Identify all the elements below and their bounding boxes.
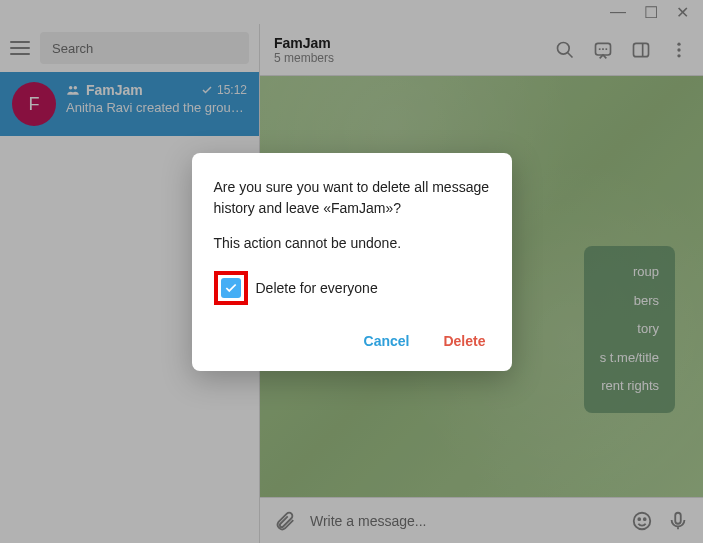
dialog-message: Are you sure you want to delete all mess…: [214, 177, 490, 219]
highlight-box: [214, 271, 248, 305]
dialog-warning: This action cannot be undone.: [214, 235, 490, 251]
delete-button[interactable]: Delete: [439, 327, 489, 355]
delete-for-everyone-checkbox[interactable]: [221, 278, 241, 298]
modal-overlay[interactable]: Are you sure you want to delete all mess…: [0, 0, 703, 543]
checkmark-icon: [224, 281, 238, 295]
delete-dialog: Are you sure you want to delete all mess…: [192, 153, 512, 371]
checkbox-label: Delete for everyone: [256, 280, 378, 296]
cancel-button[interactable]: Cancel: [360, 327, 414, 355]
